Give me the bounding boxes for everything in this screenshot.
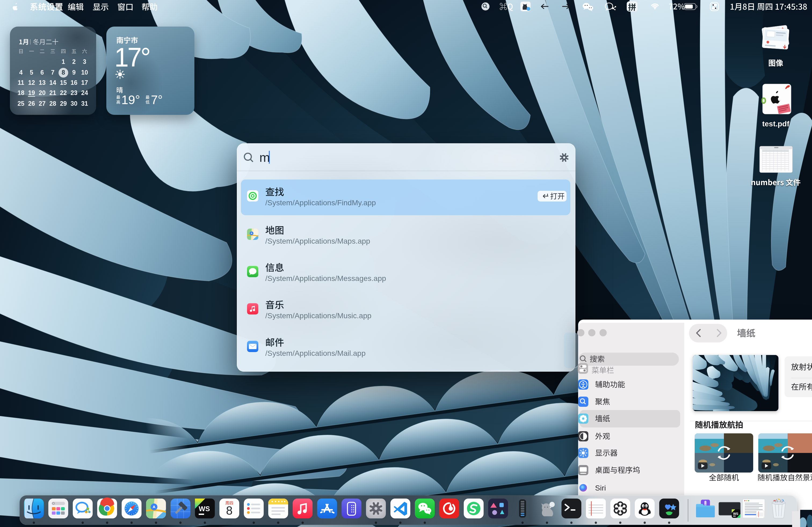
svg-text:WS: WS xyxy=(199,505,210,513)
svg-text:8: 8 xyxy=(226,504,233,517)
svg-text:WS: WS xyxy=(733,512,738,516)
